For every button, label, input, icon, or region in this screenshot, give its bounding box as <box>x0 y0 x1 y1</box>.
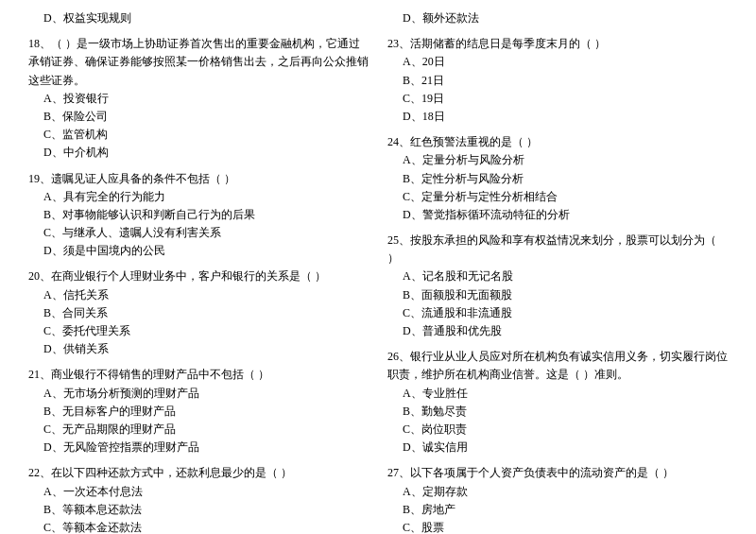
option-23-d: D、18日 <box>387 108 728 126</box>
question-25-title: 25、按股东承担的风险和享有权益情况来划分，股票可以划分为（ ） <box>387 232 728 267</box>
option-25-d: D、普通股和优先股 <box>387 322 728 340</box>
option-26-b: B、勤勉尽责 <box>387 403 728 421</box>
prev-d-option: D、权益实现规则 <box>28 9 369 27</box>
option-27-a: A、定期存款 <box>387 483 728 501</box>
question-21: 21、商业银行不得销售的理财产品中不包括（ ） A、无市场分析预测的理财产品 B… <box>28 366 369 456</box>
question-26: 26、银行业从业人员应对所在机构负有诚实信用义务，切实履行岗位职责，维护所在机构… <box>387 348 728 456</box>
question-18: 18、（ ）是一级市场上协助证券首次售出的重要金融机构，它通过承销证券、确保证券… <box>28 35 369 162</box>
option-26-d: D、诚实信用 <box>387 439 728 456</box>
question-20-title: 20、在商业银行个人理财业务中，客户和银行的关系是（ ） <box>28 267 369 285</box>
question-23: 23、活期储蓄的结息日是每季度末月的（ ） A、20日 B、21日 C、19日 … <box>387 35 728 126</box>
option-23-c: C、19日 <box>387 90 728 108</box>
page-container: D、权益实现规则 18、（ ）是一级市场上协助证券首次售出的重要金融机构，它通过… <box>28 9 728 534</box>
option-24-d: D、警觉指标循环流动特征的分析 <box>387 206 728 224</box>
option-27-c: C、股票 <box>387 519 728 534</box>
question-23-title: 23、活期储蓄的结息日是每季度末月的（ ） <box>387 35 728 53</box>
question-20: 20、在商业银行个人理财业务中，客户和银行的关系是（ ） A、信托关系 B、合同… <box>28 267 369 358</box>
question-22: 22、在以下四种还款方式中，还款利息最少的是（ ） A、一次还本付息法 B、等额… <box>28 464 369 534</box>
two-column-layout: D、权益实现规则 18、（ ）是一级市场上协助证券首次售出的重要金融机构，它通过… <box>28 9 728 534</box>
option-23-b: B、21日 <box>387 72 728 90</box>
question-25: 25、按股东承担的风险和享有权益情况来划分，股票可以划分为（ ） A、记名股和无… <box>387 232 728 340</box>
option-22-a: A、一次还本付息法 <box>28 483 369 501</box>
option-18-c: C、监管机构 <box>28 126 369 144</box>
option-20-c: C、委托代理关系 <box>28 322 369 340</box>
question-27-title: 27、以下各项属于个人资产负债表中的流动资产的是（ ） <box>387 464 728 482</box>
option-21-d: D、无风险管控指票的理财产品 <box>28 439 369 456</box>
option-18-d: D、中介机构 <box>28 144 369 162</box>
option-20-b: B、合同关系 <box>28 304 369 322</box>
question-22-title: 22、在以下四种还款方式中，还款利息最少的是（ ） <box>28 464 369 482</box>
option-24-b: B、定性分析与风险分析 <box>387 170 728 188</box>
right-column: D、额外还款法 23、活期储蓄的结息日是每季度末月的（ ） A、20日 B、21… <box>387 9 728 534</box>
option-19-a: A、具有完全的行为能力 <box>28 188 369 206</box>
question-27: 27、以下各项属于个人资产负债表中的流动资产的是（ ） A、定期存款 B、房地产… <box>387 464 728 534</box>
option-21-a: A、无市场分析预测的理财产品 <box>28 385 369 403</box>
option-19-c: C、与继承人、遗嘱人没有利害关系 <box>28 224 369 242</box>
option-19-b: B、对事物能够认识和判断自己行为的后果 <box>28 206 369 224</box>
option-27-b: B、房地产 <box>387 501 728 519</box>
question-19-title: 19、遗嘱见证人应具备的条件不包括（ ） <box>28 170 369 188</box>
option-25-c: C、流通股和非流通股 <box>387 304 728 322</box>
question-18-title: 18、（ ）是一级市场上协助证券首次售出的重要金融机构，它通过承销证券、确保证券… <box>28 35 369 90</box>
option-text: D、权益实现规则 <box>28 9 369 27</box>
option-22-b: B、等额本息还款法 <box>28 501 369 519</box>
prev-d-option-right: D、额外还款法 <box>387 9 728 27</box>
option-18-a: A、投资银行 <box>28 90 369 108</box>
question-26-title: 26、银行业从业人员应对所在机构负有诚实信用义务，切实履行岗位职责，维护所在机构… <box>387 348 728 384</box>
option-21-c: C、无产品期限的理财产品 <box>28 421 369 439</box>
option-20-d: D、供销关系 <box>28 340 369 358</box>
option-21-b: B、无目标客户的理财产品 <box>28 403 369 421</box>
option-20-a: A、信托关系 <box>28 286 369 304</box>
option-23-a: A、20日 <box>387 53 728 71</box>
option-text-right: D、额外还款法 <box>387 9 728 27</box>
option-24-c: C、定量分析与定性分析相结合 <box>387 188 728 206</box>
option-18-b: B、保险公司 <box>28 108 369 126</box>
option-25-a: A、记名股和无记名股 <box>387 267 728 285</box>
option-26-c: C、岗位职责 <box>387 421 728 439</box>
question-24: 24、红色预警法重视的是（ ） A、定量分析与风险分析 B、定性分析与风险分析 … <box>387 133 728 224</box>
option-24-a: A、定量分析与风险分析 <box>387 151 728 169</box>
option-26-a: A、专业胜任 <box>387 385 728 403</box>
question-24-title: 24、红色预警法重视的是（ ） <box>387 133 728 151</box>
option-25-b: B、面额股和无面额股 <box>387 286 728 304</box>
question-21-title: 21、商业银行不得销售的理财产品中不包括（ ） <box>28 366 369 384</box>
question-19: 19、遗嘱见证人应具备的条件不包括（ ） A、具有完全的行为能力 B、对事物能够… <box>28 170 369 261</box>
option-19-d: D、须是中国境内的公民 <box>28 242 369 260</box>
left-column: D、权益实现规则 18、（ ）是一级市场上协助证券首次售出的重要金融机构，它通过… <box>28 9 369 534</box>
option-22-c: C、等额本金还款法 <box>28 519 369 534</box>
